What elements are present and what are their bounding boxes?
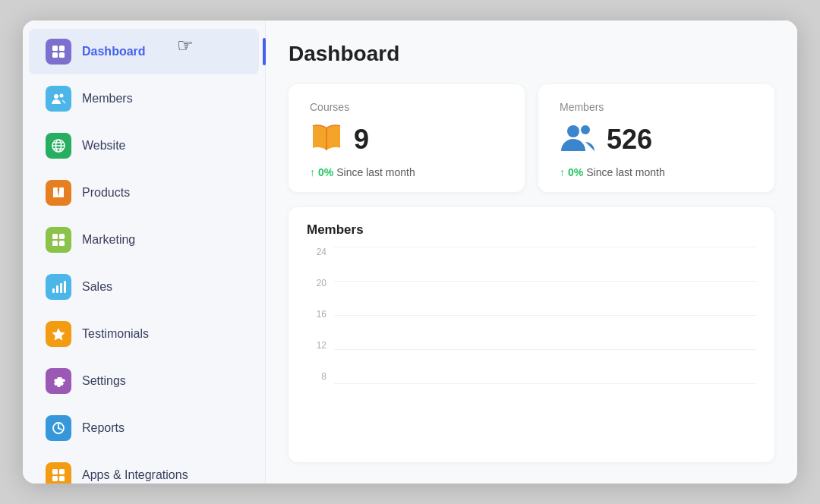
sidebar: Dashboard ☞ Members — [23, 20, 266, 484]
sidebar-label-marketing: Marketing — [82, 233, 135, 247]
svg-point-23 — [58, 427, 59, 429]
chart-area: 24 20 16 12 8 — [307, 247, 756, 383]
y-label-20: 20 — [307, 278, 331, 288]
courses-book-icon — [310, 122, 343, 157]
testimonials-icon — [46, 321, 71, 347]
svg-rect-12 — [59, 187, 64, 189]
sidebar-label-members: Members — [82, 92, 133, 106]
svg-point-5 — [60, 94, 64, 98]
sidebar-label-testimonials: Testimonials — [82, 327, 149, 341]
y-label-24: 24 — [307, 247, 331, 257]
svg-rect-3 — [59, 52, 65, 58]
svg-point-29 — [581, 125, 590, 134]
courses-card-title: Courses — [310, 101, 503, 113]
courses-card-body: 9 — [310, 122, 503, 157]
sidebar-item-testimonials[interactable]: Testimonials — [29, 311, 259, 357]
sidebar-item-reports[interactable]: Reports — [29, 405, 259, 451]
svg-point-4 — [54, 94, 58, 99]
svg-rect-15 — [52, 241, 58, 246]
main-content: Dashboard Courses 9 — [266, 20, 797, 484]
y-label-16: 16 — [307, 309, 331, 320]
svg-rect-11 — [53, 187, 58, 189]
courses-value: 9 — [354, 124, 369, 156]
members-card: Members 526 ↑ 0% Since la — [538, 84, 774, 192]
members-card-title: Members — [560, 101, 753, 113]
members-since: Since last month — [586, 166, 665, 178]
marketing-icon — [46, 227, 71, 253]
apps-icon — [46, 462, 71, 484]
settings-icon — [46, 368, 71, 394]
sidebar-item-settings[interactable]: Settings — [29, 358, 259, 404]
courses-since: Since last month — [336, 166, 415, 178]
sidebar-item-sales[interactable]: Sales — [29, 264, 259, 310]
svg-rect-2 — [52, 52, 58, 58]
sidebar-label-products: Products — [82, 186, 130, 200]
svg-rect-20 — [64, 281, 66, 293]
chart-section: Members 24 20 16 12 8 — [289, 207, 774, 462]
products-icon — [46, 180, 71, 206]
app-container: Dashboard ☞ Members — [23, 20, 797, 484]
sidebar-label-website: Website — [82, 139, 126, 153]
svg-rect-26 — [52, 476, 58, 481]
sidebar-item-products[interactable]: Products — [29, 170, 259, 216]
sidebar-label-sales: Sales — [82, 280, 112, 294]
y-label-12: 12 — [307, 340, 331, 351]
svg-rect-17 — [52, 288, 55, 293]
sidebar-item-apps[interactable]: Apps & Integrations — [29, 452, 259, 484]
svg-rect-19 — [60, 283, 62, 293]
chart-title: Members — [307, 222, 756, 238]
dashboard-icon — [46, 39, 71, 65]
svg-rect-0 — [52, 46, 58, 51]
svg-marker-21 — [52, 328, 65, 341]
members-stat-icon — [560, 122, 596, 157]
members-value: 526 — [607, 124, 652, 156]
stat-cards: Courses 9 ↑ 0% Since last — [289, 84, 774, 192]
chart-grid — [334, 247, 756, 383]
sidebar-item-website[interactable]: Website — [29, 123, 259, 169]
svg-rect-13 — [52, 234, 58, 239]
courses-footer: ↑ 0% Since last month — [310, 166, 503, 178]
courses-card: Courses 9 ↑ 0% Since last — [289, 84, 525, 192]
sidebar-item-dashboard[interactable]: Dashboard ☞ — [29, 29, 259, 74]
members-card-body: 526 — [560, 122, 753, 157]
members-arrow: ↑ — [560, 166, 565, 178]
chart-y-labels: 24 20 16 12 8 — [307, 247, 331, 383]
sales-icon — [46, 274, 71, 300]
grid-line-2 — [334, 281, 756, 282]
grid-line-1 — [334, 247, 756, 247]
svg-rect-14 — [59, 234, 65, 239]
grid-line-5 — [334, 383, 756, 384]
svg-rect-25 — [59, 469, 65, 474]
cursor-icon: ☞ — [177, 35, 194, 56]
members-footer: ↑ 0% Since last month — [560, 166, 753, 178]
courses-pct: 0% — [318, 166, 333, 178]
members-pct: 0% — [568, 166, 583, 178]
svg-rect-16 — [59, 241, 65, 246]
reports-icon — [46, 415, 71, 441]
sidebar-label-dashboard: Dashboard — [82, 45, 146, 58]
y-label-8: 8 — [307, 371, 331, 382]
sidebar-item-members[interactable]: Members — [29, 76, 259, 121]
svg-rect-24 — [52, 469, 58, 474]
sidebar-label-settings: Settings — [82, 374, 126, 388]
sidebar-label-apps: Apps & Integrations — [82, 468, 188, 482]
svg-rect-27 — [59, 476, 65, 481]
sidebar-label-reports: Reports — [82, 421, 125, 435]
website-icon — [46, 133, 71, 159]
page-title: Dashboard — [289, 42, 774, 66]
sidebar-item-marketing[interactable]: Marketing — [29, 217, 259, 263]
svg-rect-18 — [56, 285, 58, 293]
grid-line-3 — [334, 315, 756, 316]
courses-arrow: ↑ — [310, 166, 315, 178]
grid-line-4 — [334, 349, 756, 350]
members-icon — [46, 86, 71, 112]
svg-point-28 — [567, 125, 579, 137]
svg-rect-1 — [59, 46, 65, 51]
